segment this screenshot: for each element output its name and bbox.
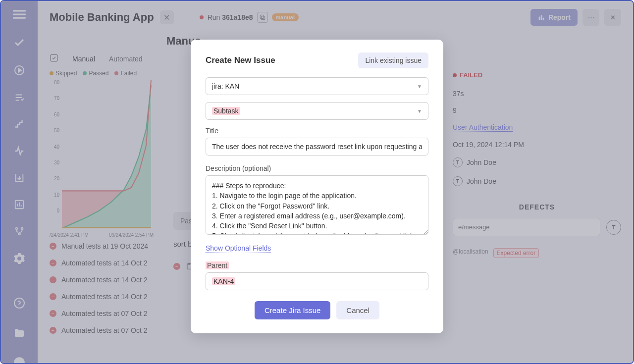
parent-label: Parent (206, 261, 428, 269)
description-input[interactable] (206, 175, 428, 235)
link-existing-button[interactable]: Link existing issue (358, 52, 428, 68)
parent-input[interactable]: KAN-4 (206, 272, 428, 290)
cancel-button[interactable]: Cancel (336, 301, 379, 319)
project-select[interactable]: jira: KAN ▼ (206, 77, 428, 95)
description-label: Description (optional) (206, 164, 428, 172)
chevron-down-icon: ▼ (417, 108, 422, 114)
title-input[interactable] (206, 138, 428, 156)
title-label: Title (206, 127, 428, 135)
create-jira-issue-button[interactable]: Create Jira Issue (255, 301, 330, 319)
modal-title: Create New Issue (206, 55, 275, 65)
show-optional-link[interactable]: Show Optional Fields (206, 244, 271, 253)
create-issue-modal: Create New Issue Link existing issue jir… (191, 40, 443, 333)
issue-type-select[interactable]: Subtask ▼ (206, 102, 428, 120)
modal-overlay[interactable]: Create New Issue Link existing issue jir… (1, 1, 633, 363)
chevron-down-icon: ▼ (417, 84, 422, 89)
